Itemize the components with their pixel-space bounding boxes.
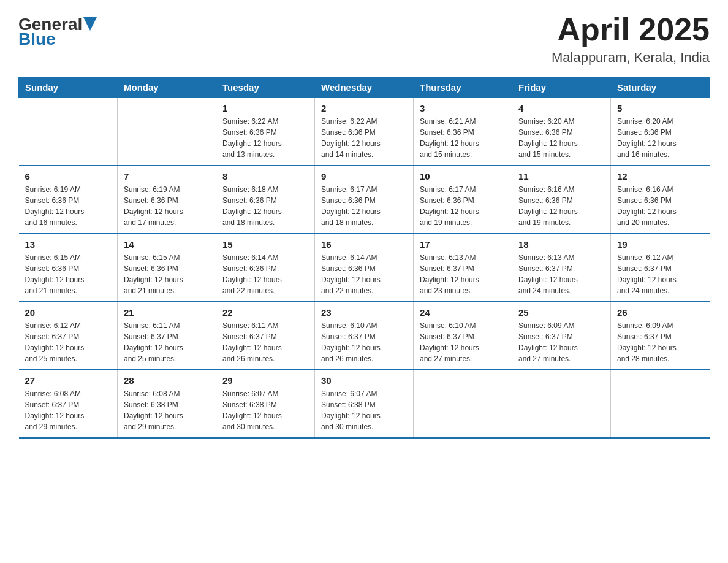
day-number: 17 (420, 239, 506, 250)
page-header: General Blue April 2025 Malappuram, Kera… (18, 12, 710, 66)
day-number: 13 (25, 239, 112, 250)
calendar-week-row: 20Sunrise: 6:12 AM Sunset: 6:37 PM Dayli… (19, 302, 710, 370)
day-number: 6 (25, 171, 112, 182)
header-sunday: Sunday (19, 77, 118, 98)
header-wednesday: Wednesday (315, 77, 414, 98)
svg-marker-0 (83, 17, 97, 31)
calendar-cell: 23Sunrise: 6:10 AM Sunset: 6:37 PM Dayli… (315, 302, 414, 370)
day-info: Sunrise: 6:19 AM Sunset: 6:36 PM Dayligh… (124, 184, 210, 228)
day-number: 3 (420, 103, 506, 113)
header-tuesday: Tuesday (216, 77, 315, 98)
calendar-cell: 19Sunrise: 6:12 AM Sunset: 6:37 PM Dayli… (611, 234, 710, 302)
day-info: Sunrise: 6:14 AM Sunset: 6:36 PM Dayligh… (222, 252, 308, 296)
calendar-cell: 21Sunrise: 6:11 AM Sunset: 6:37 PM Dayli… (118, 302, 216, 370)
calendar-cell: 24Sunrise: 6:10 AM Sunset: 6:37 PM Dayli… (414, 302, 512, 370)
calendar-cell: 18Sunrise: 6:13 AM Sunset: 6:37 PM Dayli… (512, 234, 611, 302)
day-info: Sunrise: 6:17 AM Sunset: 6:36 PM Dayligh… (420, 184, 506, 228)
calendar-cell (414, 370, 512, 438)
day-number: 16 (321, 239, 407, 250)
day-info: Sunrise: 6:16 AM Sunset: 6:36 PM Dayligh… (518, 184, 604, 228)
day-number: 30 (321, 375, 407, 386)
calendar-cell: 9Sunrise: 6:17 AM Sunset: 6:36 PM Daylig… (315, 166, 414, 234)
day-info: Sunrise: 6:07 AM Sunset: 6:38 PM Dayligh… (321, 388, 407, 432)
day-info: Sunrise: 6:10 AM Sunset: 6:37 PM Dayligh… (420, 320, 506, 364)
day-number: 4 (518, 103, 604, 113)
day-number: 24 (420, 307, 506, 318)
day-info: Sunrise: 6:11 AM Sunset: 6:37 PM Dayligh… (124, 320, 210, 364)
day-info: Sunrise: 6:22 AM Sunset: 6:36 PM Dayligh… (321, 116, 407, 160)
calendar-week-row: 6Sunrise: 6:19 AM Sunset: 6:36 PM Daylig… (19, 166, 710, 234)
logo-triangle-icon (83, 17, 97, 31)
calendar-cell: 10Sunrise: 6:17 AM Sunset: 6:36 PM Dayli… (414, 166, 512, 234)
logo: General Blue (18, 16, 97, 48)
calendar-cell: 26Sunrise: 6:09 AM Sunset: 6:37 PM Dayli… (611, 302, 710, 370)
day-info: Sunrise: 6:08 AM Sunset: 6:38 PM Dayligh… (124, 388, 210, 432)
day-info: Sunrise: 6:15 AM Sunset: 6:36 PM Dayligh… (25, 252, 112, 296)
day-number: 11 (518, 171, 604, 182)
calendar-cell: 3Sunrise: 6:21 AM Sunset: 6:36 PM Daylig… (414, 98, 512, 166)
calendar-cell: 6Sunrise: 6:19 AM Sunset: 6:36 PM Daylig… (19, 166, 118, 234)
day-info: Sunrise: 6:13 AM Sunset: 6:37 PM Dayligh… (518, 252, 604, 296)
calendar-cell: 29Sunrise: 6:07 AM Sunset: 6:38 PM Dayli… (216, 370, 315, 438)
calendar-cell (118, 98, 216, 166)
calendar-table: Sunday Monday Tuesday Wednesday Thursday… (18, 77, 710, 439)
calendar-cell (512, 370, 611, 438)
day-info: Sunrise: 6:07 AM Sunset: 6:38 PM Dayligh… (222, 388, 308, 432)
day-info: Sunrise: 6:09 AM Sunset: 6:37 PM Dayligh… (617, 320, 703, 364)
day-number: 27 (25, 375, 112, 386)
day-info: Sunrise: 6:15 AM Sunset: 6:36 PM Dayligh… (124, 252, 210, 296)
calendar-cell: 2Sunrise: 6:22 AM Sunset: 6:36 PM Daylig… (315, 98, 414, 166)
calendar-cell: 25Sunrise: 6:09 AM Sunset: 6:37 PM Dayli… (512, 302, 611, 370)
day-number: 26 (617, 307, 703, 318)
calendar-header-row: Sunday Monday Tuesday Wednesday Thursday… (19, 77, 710, 98)
header-saturday: Saturday (611, 77, 710, 98)
day-info: Sunrise: 6:10 AM Sunset: 6:37 PM Dayligh… (321, 320, 407, 364)
day-number: 29 (222, 375, 308, 386)
day-info: Sunrise: 6:18 AM Sunset: 6:36 PM Dayligh… (222, 184, 308, 228)
day-number: 5 (617, 103, 703, 113)
day-number: 15 (222, 239, 308, 250)
header-monday: Monday (118, 77, 216, 98)
day-number: 9 (321, 171, 407, 182)
day-number: 21 (124, 307, 210, 318)
calendar-cell: 12Sunrise: 6:16 AM Sunset: 6:36 PM Dayli… (611, 166, 710, 234)
location-title: Malappuram, Kerala, India (552, 50, 710, 66)
calendar-cell: 20Sunrise: 6:12 AM Sunset: 6:37 PM Dayli… (19, 302, 118, 370)
header-friday: Friday (512, 77, 611, 98)
calendar-cell: 14Sunrise: 6:15 AM Sunset: 6:36 PM Dayli… (118, 234, 216, 302)
day-number: 23 (321, 307, 407, 318)
day-info: Sunrise: 6:22 AM Sunset: 6:36 PM Dayligh… (222, 116, 308, 160)
day-number: 20 (25, 307, 112, 318)
day-info: Sunrise: 6:17 AM Sunset: 6:36 PM Dayligh… (321, 184, 407, 228)
calendar-cell: 1Sunrise: 6:22 AM Sunset: 6:36 PM Daylig… (216, 98, 315, 166)
calendar-cell: 7Sunrise: 6:19 AM Sunset: 6:36 PM Daylig… (118, 166, 216, 234)
day-info: Sunrise: 6:21 AM Sunset: 6:36 PM Dayligh… (420, 116, 506, 160)
day-number: 10 (420, 171, 506, 182)
calendar-week-row: 27Sunrise: 6:08 AM Sunset: 6:37 PM Dayli… (19, 370, 710, 438)
day-number: 19 (617, 239, 703, 250)
day-info: Sunrise: 6:13 AM Sunset: 6:37 PM Dayligh… (420, 252, 506, 296)
day-info: Sunrise: 6:09 AM Sunset: 6:37 PM Dayligh… (518, 320, 604, 364)
day-number: 18 (518, 239, 604, 250)
calendar-cell: 16Sunrise: 6:14 AM Sunset: 6:36 PM Dayli… (315, 234, 414, 302)
calendar-cell (19, 98, 118, 166)
day-info: Sunrise: 6:20 AM Sunset: 6:36 PM Dayligh… (518, 116, 604, 160)
calendar-cell: 27Sunrise: 6:08 AM Sunset: 6:37 PM Dayli… (19, 370, 118, 438)
calendar-cell: 13Sunrise: 6:15 AM Sunset: 6:36 PM Dayli… (19, 234, 118, 302)
day-number: 2 (321, 103, 407, 113)
day-info: Sunrise: 6:19 AM Sunset: 6:36 PM Dayligh… (25, 184, 112, 228)
day-number: 25 (518, 307, 604, 318)
day-info: Sunrise: 6:20 AM Sunset: 6:36 PM Dayligh… (617, 116, 703, 160)
title-area: April 2025 Malappuram, Kerala, India (552, 12, 710, 66)
day-number: 22 (222, 307, 308, 318)
day-info: Sunrise: 6:12 AM Sunset: 6:37 PM Dayligh… (25, 320, 112, 364)
month-title: April 2025 (552, 12, 710, 47)
calendar-cell: 11Sunrise: 6:16 AM Sunset: 6:36 PM Dayli… (512, 166, 611, 234)
calendar-cell: 28Sunrise: 6:08 AM Sunset: 6:38 PM Dayli… (118, 370, 216, 438)
day-number: 14 (124, 239, 210, 250)
day-number: 7 (124, 171, 210, 182)
calendar-week-row: 13Sunrise: 6:15 AM Sunset: 6:36 PM Dayli… (19, 234, 710, 302)
header-thursday: Thursday (414, 77, 512, 98)
day-number: 12 (617, 171, 703, 182)
day-info: Sunrise: 6:12 AM Sunset: 6:37 PM Dayligh… (617, 252, 703, 296)
